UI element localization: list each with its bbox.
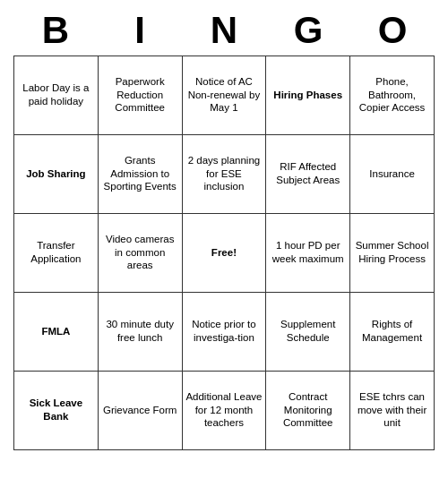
bingo-letter-i: I — [100, 9, 179, 52]
bingo-cell-r2-c1: Video cameras in common areas — [98, 213, 182, 292]
bingo-cell-r3-c1: 30 minute duty free lunch — [98, 292, 182, 371]
bingo-cell-r4-c0: Sick Leave Bank — [14, 371, 99, 449]
bingo-cell-r2-c0: Transfer Application — [14, 213, 99, 292]
bingo-cell-r3-c3: Supplement Schedule — [266, 292, 350, 371]
bingo-cell-r2-c2: Free! — [182, 213, 266, 292]
bingo-title: BINGO — [13, 9, 435, 52]
bingo-cell-r1-c4: Insurance — [350, 134, 435, 213]
bingo-cell-r4-c4: ESE tchrs can move with their unit — [350, 371, 435, 449]
bingo-letter-b: B — [16, 9, 95, 52]
bingo-cell-r4-c2: Additional Leave for 12 month teachers — [182, 371, 266, 449]
bingo-cell-r0-c2: Notice of AC Non-renewal by May 1 — [182, 56, 266, 134]
bingo-cell-r3-c0: FMLA — [14, 292, 99, 371]
bingo-letter-o: O — [353, 9, 432, 52]
bingo-cell-r2-c3: 1 hour PD per week maximum — [266, 213, 350, 292]
bingo-cell-r3-c4: Rights of Management — [350, 292, 435, 371]
bingo-letter-g: G — [269, 9, 348, 52]
bingo-cell-r3-c2: Notice prior to investiga-tion — [182, 292, 266, 371]
bingo-cell-r1-c1: Grants Admission to Sporting Events — [98, 134, 182, 213]
bingo-cell-r1-c3: RIF Affected Subject Areas — [266, 134, 350, 213]
bingo-cell-r0-c4: Phone, Bathroom, Copier Access — [350, 56, 435, 134]
bingo-cell-r0-c3: Hiring Phases — [266, 56, 350, 134]
bingo-cell-r4-c1: Grievance Form — [98, 371, 182, 449]
bingo-cell-r1-c2: 2 days planning for ESE inclusion — [182, 134, 266, 213]
bingo-cell-r1-c0: Job Sharing — [14, 134, 99, 213]
bingo-letter-n: N — [185, 9, 263, 52]
bingo-cell-r2-c4: Summer School Hiring Process — [350, 213, 435, 292]
bingo-grid: Labor Day is a paid holidayPaperwork Red… — [13, 56, 435, 450]
bingo-cell-r0-c0: Labor Day is a paid holiday — [14, 56, 99, 134]
bingo-cell-r0-c1: Paperwork Reduction Committee — [98, 56, 182, 134]
bingo-cell-r4-c3: Contract Monitoring Committee — [266, 371, 350, 449]
